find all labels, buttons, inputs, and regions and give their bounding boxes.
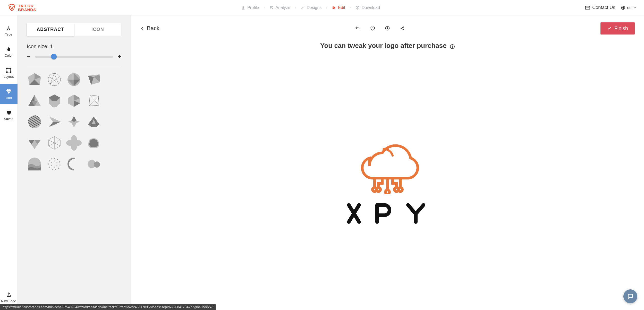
svg-point-66 bbox=[57, 159, 58, 160]
shape-option[interactable] bbox=[66, 72, 82, 87]
shape-option[interactable] bbox=[47, 156, 62, 172]
svg-point-79 bbox=[54, 167, 55, 168]
logo-text bbox=[346, 202, 429, 225]
svg-point-75 bbox=[51, 158, 52, 159]
svg-rect-12 bbox=[6, 72, 7, 73]
brand-logo-icon bbox=[8, 4, 16, 12]
shape-option[interactable] bbox=[106, 135, 121, 151]
shape-option[interactable] bbox=[27, 93, 42, 108]
tab-abstract[interactable]: ABSTRACT bbox=[27, 23, 74, 36]
breadcrumb-profile[interactable]: Profile bbox=[241, 5, 259, 10]
svg-point-74 bbox=[49, 160, 50, 161]
shape-option[interactable] bbox=[27, 114, 42, 130]
icon-size-label: Icon size: 1 bbox=[27, 44, 121, 49]
shape-option[interactable] bbox=[47, 114, 62, 130]
size-slider-thumb[interactable] bbox=[51, 54, 57, 59]
download-icon bbox=[355, 6, 360, 10]
breadcrumb-analyze[interactable]: Analyze bbox=[269, 5, 290, 10]
rail-label: New Logo bbox=[1, 299, 16, 303]
export-icon bbox=[6, 292, 12, 298]
download-button[interactable] bbox=[385, 26, 390, 31]
rail-icon[interactable]: Icon bbox=[0, 84, 18, 104]
svg-point-67 bbox=[59, 161, 60, 162]
chat-fab[interactable] bbox=[623, 289, 637, 303]
size-decrease-button[interactable]: − bbox=[27, 53, 30, 60]
size-slider[interactable] bbox=[35, 56, 113, 58]
options-panel: ABSTRACT ICON Icon size: 1 − + bbox=[18, 15, 131, 310]
analyze-icon bbox=[269, 6, 274, 10]
shape-option[interactable] bbox=[47, 93, 62, 108]
favorite-button[interactable] bbox=[370, 26, 375, 31]
rail-color[interactable]: Color bbox=[0, 42, 18, 62]
size-increase-button[interactable]: + bbox=[118, 53, 121, 60]
undo-button[interactable] bbox=[355, 26, 360, 31]
breadcrumb-label: Download bbox=[362, 5, 380, 10]
shape-option[interactable] bbox=[47, 135, 62, 151]
shape-option[interactable] bbox=[106, 72, 121, 87]
left-rail: Type Color Layout Icon Saved New Logo bbox=[0, 15, 18, 310]
breadcrumb-edit[interactable]: Edit bbox=[332, 5, 345, 10]
share-button[interactable] bbox=[400, 26, 405, 31]
breadcrumb-label: Edit bbox=[338, 5, 345, 10]
abstract-shape-grid bbox=[27, 72, 121, 177]
mail-icon bbox=[585, 5, 590, 10]
svg-marker-50 bbox=[49, 117, 61, 122]
top-header: TAILOR BRANDS Profile › Analyze › Design… bbox=[0, 0, 644, 15]
brand-line2: BRANDS bbox=[18, 8, 36, 12]
shape-option[interactable] bbox=[27, 156, 42, 172]
svg-point-4 bbox=[333, 6, 334, 7]
shape-option[interactable] bbox=[106, 156, 121, 172]
svg-point-68 bbox=[60, 165, 61, 166]
globe-icon bbox=[621, 5, 625, 10]
svg-point-2 bbox=[272, 8, 273, 9]
shape-option[interactable] bbox=[66, 114, 82, 130]
back-button[interactable]: Back bbox=[140, 25, 159, 32]
shape-option[interactable] bbox=[27, 135, 42, 151]
svg-point-92 bbox=[398, 187, 402, 192]
svg-point-6 bbox=[333, 8, 334, 9]
finish-button[interactable]: Finish bbox=[600, 22, 635, 35]
wizard-breadcrumbs: Profile › Analyze › Designs › Edit › Dow… bbox=[36, 5, 585, 10]
svg-point-1 bbox=[270, 6, 271, 7]
chevron-right-icon: › bbox=[326, 6, 327, 10]
brand-logo[interactable]: TAILOR BRANDS bbox=[8, 4, 36, 12]
breadcrumb-label: Profile bbox=[247, 5, 259, 10]
shape-option[interactable] bbox=[86, 135, 101, 151]
svg-point-69 bbox=[58, 168, 59, 169]
svg-point-63 bbox=[72, 140, 82, 146]
shape-option[interactable] bbox=[66, 135, 82, 151]
shape-option[interactable] bbox=[86, 114, 101, 130]
svg-point-90 bbox=[385, 190, 389, 194]
svg-point-70 bbox=[55, 169, 56, 170]
breadcrumb-designs[interactable]: Designs bbox=[301, 5, 322, 10]
shape-option[interactable] bbox=[86, 93, 101, 108]
logo-preview bbox=[131, 50, 644, 310]
shape-option[interactable] bbox=[86, 156, 101, 172]
rail-saved[interactable]: Saved bbox=[0, 105, 18, 125]
breadcrumb-download[interactable]: Download bbox=[355, 5, 380, 10]
svg-point-77 bbox=[56, 162, 57, 163]
rail-layout[interactable]: Layout bbox=[0, 63, 18, 83]
chevron-right-icon: › bbox=[295, 6, 296, 10]
rail-type[interactable]: Type bbox=[0, 21, 18, 41]
shape-option[interactable] bbox=[86, 72, 101, 87]
shape-option[interactable] bbox=[106, 93, 121, 108]
tab-icon[interactable]: ICON bbox=[74, 23, 122, 36]
shape-option[interactable] bbox=[66, 93, 82, 108]
contact-us-link[interactable]: Contact Us bbox=[585, 5, 615, 10]
shape-option[interactable] bbox=[27, 72, 42, 87]
rail-label: Saved bbox=[4, 117, 13, 121]
type-icon bbox=[6, 25, 12, 31]
shape-option[interactable] bbox=[47, 72, 62, 87]
svg-point-65 bbox=[54, 158, 55, 159]
chevron-right-icon: › bbox=[350, 6, 351, 10]
info-icon[interactable]: i bbox=[450, 44, 455, 49]
shape-option[interactable] bbox=[106, 114, 121, 130]
brand-line1: TAILOR bbox=[18, 4, 36, 8]
chevron-right-icon: › bbox=[264, 6, 265, 10]
rail-label: Icon bbox=[5, 96, 12, 100]
user-icon bbox=[241, 6, 245, 10]
language-selector[interactable]: en bbox=[621, 5, 636, 10]
svg-rect-11 bbox=[10, 68, 11, 69]
shape-option[interactable] bbox=[66, 156, 82, 172]
